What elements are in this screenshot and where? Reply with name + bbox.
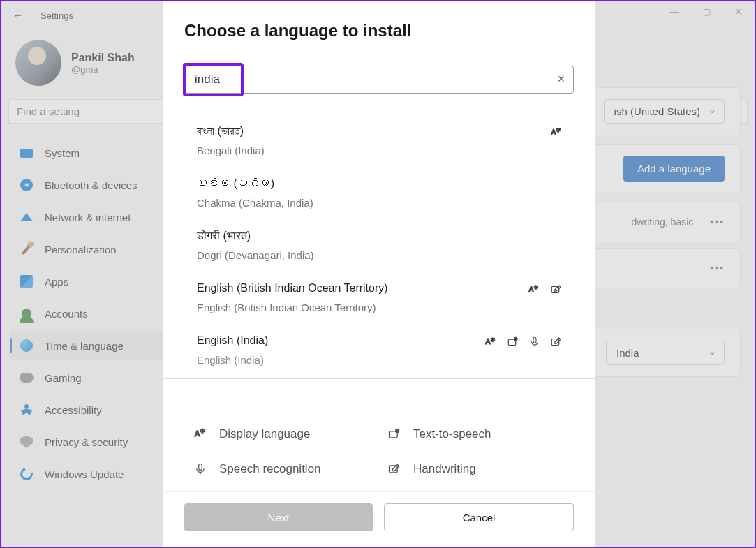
language-english-name: Chakma (Chakma, India) bbox=[197, 197, 313, 209]
dialog-footer: Next Cancel bbox=[163, 491, 595, 547]
feature-legend: A字Display language Text-to-speech Speech… bbox=[163, 412, 595, 491]
svg-rect-9 bbox=[533, 337, 536, 343]
language-english-name: Bengali (India) bbox=[197, 145, 265, 156]
language-search-row: ✕ bbox=[184, 66, 574, 94]
cancel-button[interactable]: Cancel bbox=[384, 503, 574, 531]
language-native-name: বাংলা (ভারত) bbox=[197, 125, 265, 138]
legend-label: Speech recognition bbox=[219, 462, 321, 476]
svg-text:字: 字 bbox=[556, 128, 561, 133]
text-to-speech-icon bbox=[507, 336, 519, 348]
display-language-icon: A字 bbox=[528, 283, 540, 296]
display-language-icon: A字 bbox=[484, 336, 497, 348]
handwriting-icon bbox=[550, 336, 563, 348]
language-option-bengali[interactable]: বাংলা (ভারত) Bengali (India) A字 bbox=[197, 115, 574, 168]
language-english-name: English (India) bbox=[197, 354, 268, 366]
svg-text:字: 字 bbox=[491, 337, 495, 342]
next-button[interactable]: Next bbox=[184, 503, 373, 531]
language-english-name: English (British Indian Ocean Territory) bbox=[197, 302, 388, 313]
svg-text:A: A bbox=[486, 337, 491, 346]
language-native-name: English (British Indian Ocean Territory) bbox=[197, 282, 388, 295]
legend-handwriting: Handwriting bbox=[387, 462, 574, 476]
display-language-icon: A字 bbox=[550, 126, 563, 139]
speech-recognition-icon bbox=[193, 462, 208, 476]
dialog-title: Choose a language to install bbox=[184, 21, 574, 40]
svg-text:A: A bbox=[195, 429, 200, 438]
svg-text:字: 字 bbox=[534, 285, 538, 290]
clear-search-button[interactable]: ✕ bbox=[557, 73, 565, 84]
language-option-english-india[interactable]: English (India) English (India) A字 bbox=[197, 325, 574, 378]
handwriting-icon bbox=[550, 283, 563, 296]
language-search-input[interactable] bbox=[184, 66, 574, 94]
language-english-name: Dogri (Devanagari, India) bbox=[197, 249, 314, 261]
display-language-icon: A字 bbox=[193, 427, 208, 441]
legend-text-to-speech: Text-to-speech bbox=[387, 427, 574, 441]
svg-text:A: A bbox=[551, 128, 556, 136]
legend-speech-recognition: Speech recognition bbox=[193, 462, 380, 476]
legend-label: Display language bbox=[219, 427, 310, 441]
language-results-list[interactable]: বাংলা (ভারত) Bengali (India) A字 𑄌𑄋𑄴𑄟 (𑄌𑄇… bbox=[163, 108, 595, 412]
language-native-name: डोगरी (भारत) bbox=[197, 230, 314, 242]
choose-language-dialog: Choose a language to install ✕ বাংলা (ভা… bbox=[163, 1, 595, 547]
svg-rect-15 bbox=[199, 464, 202, 471]
language-option-english-biot[interactable]: English (British Indian Ocean Territory)… bbox=[197, 272, 574, 325]
svg-point-14 bbox=[396, 429, 399, 433]
svg-point-8 bbox=[514, 337, 518, 341]
legend-label: Handwriting bbox=[413, 462, 476, 476]
svg-text:A: A bbox=[529, 285, 534, 293]
language-option-dogri[interactable]: डोगरी (भारत) Dogri (Devanagari, India) bbox=[197, 220, 574, 272]
language-native-name: English (India) bbox=[197, 334, 268, 347]
speech-recognition-icon bbox=[529, 336, 540, 348]
handwriting-icon bbox=[387, 462, 402, 476]
legend-display-language: A字Display language bbox=[193, 427, 380, 441]
language-native-name: 𑄌𑄋𑄴𑄟 (𑄌𑄇𑄴𑄟) bbox=[197, 177, 313, 190]
language-option-chakma[interactable]: 𑄌𑄋𑄴𑄟 (𑄌𑄇𑄴𑄟) Chakma (Chakma, India) bbox=[197, 168, 574, 220]
legend-label: Text-to-speech bbox=[413, 427, 491, 441]
svg-text:字: 字 bbox=[200, 429, 205, 434]
text-to-speech-icon bbox=[387, 427, 402, 441]
